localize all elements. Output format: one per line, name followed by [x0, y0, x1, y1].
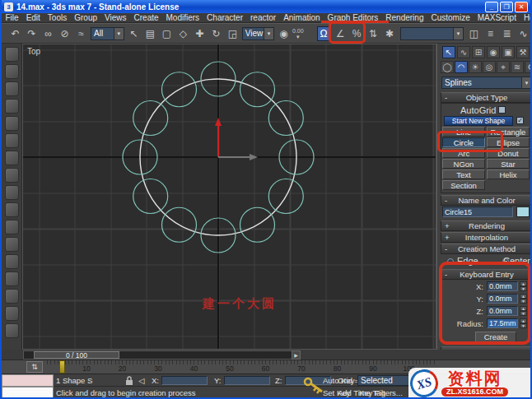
bind-to-space-warp-icon[interactable]: ≈ [74, 26, 88, 41]
select-and-scale-icon[interactable]: ◲ [226, 26, 240, 41]
layer-manager-icon[interactable]: ≣ [500, 26, 514, 41]
start-new-shape-checkbox[interactable]: ✓ [516, 117, 524, 124]
motion-icon[interactable]: ◉ [487, 46, 500, 58]
menu-item-animation[interactable]: Animation [280, 13, 324, 22]
keyboard-shortcut-override-icon[interactable]: ✱ [383, 26, 397, 41]
reactor-tool-icon[interactable] [5, 99, 19, 114]
menu-item-views[interactable]: Views [101, 13, 131, 22]
menu-item-reactor[interactable]: reactor [247, 13, 280, 22]
lights-icon[interactable]: ☀ [469, 61, 482, 73]
rollout-name-and-color[interactable]: - Name and Color [441, 195, 532, 206]
reactor-tool-icon[interactable] [5, 323, 19, 338]
reactor-tool-icon[interactable] [5, 168, 19, 183]
reactor-tool-icon[interactable] [5, 237, 19, 252]
menu-item-create[interactable]: Create [130, 13, 162, 22]
rollout-interpolation[interactable]: + Interpolation [441, 232, 532, 243]
named-selection-sets-dropdown[interactable]: ▼ [400, 27, 464, 40]
reactor-tool-icon[interactable] [5, 185, 19, 200]
status-x-field[interactable] [161, 376, 208, 385]
shapes-icon[interactable]: ◠ [455, 61, 468, 73]
autogrid-checkbox[interactable] [498, 106, 506, 114]
object-type-ngon-button[interactable]: NGon [442, 159, 485, 169]
maxscript-listener-macro-row[interactable] [2, 374, 54, 387]
reactor-tool-icon[interactable] [5, 306, 19, 321]
hierarchy-icon[interactable]: ⊞ [472, 46, 485, 58]
minimize-button[interactable]: _ [485, 2, 498, 12]
reactor-tool-icon[interactable] [5, 116, 19, 131]
restore-button[interactable]: ❐ [500, 2, 513, 12]
close-button[interactable]: ✕ [515, 2, 528, 12]
reactor-tool-icon[interactable] [5, 271, 19, 286]
redo-icon[interactable]: ↷ [25, 26, 39, 41]
selection-filter-dropdown[interactable]: All ▼ [91, 27, 124, 40]
curve-editor-icon[interactable]: ∿ [516, 26, 530, 41]
display-icon[interactable]: ▣ [502, 46, 515, 58]
next-frame-button[interactable]: ▶ [292, 350, 301, 360]
viewport-label[interactable]: Top [27, 47, 40, 56]
create-icon[interactable]: ↖ [442, 46, 455, 58]
start-new-shape-button[interactable]: Start New Shape [444, 116, 513, 126]
menu-item-modifiers[interactable]: Modifiers [162, 13, 203, 22]
select-and-manipulate-icon[interactable]: ◉ [277, 26, 291, 41]
reactor-tool-icon[interactable] [5, 289, 19, 304]
reactor-tool-icon[interactable] [5, 254, 19, 269]
select-and-link-icon[interactable]: ∞ [41, 26, 55, 41]
spline-category-dropdown[interactable]: Splines ▼ [441, 77, 532, 89]
select-and-rotate-icon[interactable]: ↻ [209, 26, 223, 41]
window-crossing-toggle-icon[interactable]: ◇ [176, 26, 190, 41]
reactor-tool-icon[interactable] [5, 81, 19, 96]
selection-lock-icon[interactable] [125, 376, 133, 386]
reactor-tool-icon[interactable] [5, 202, 19, 217]
reactor-tool-icon[interactable] [5, 133, 19, 148]
reactor-tool-icon[interactable] [5, 220, 19, 234]
rollout-object-type[interactable]: - Object Type [441, 92, 532, 103]
undo-icon[interactable]: ↶ [8, 26, 22, 41]
select-object-icon[interactable]: ↖ [127, 26, 141, 41]
menu-item-help[interactable]: Help [520, 13, 532, 22]
select-and-move-icon[interactable]: ✚ [193, 26, 207, 41]
object-type-helix-button[interactable]: Helix [487, 169, 530, 179]
object-type-text-button[interactable]: Text [442, 169, 485, 179]
helpers-icon[interactable]: ⌖ [497, 61, 510, 73]
time-slider-track[interactable]: 0 / 100 [23, 350, 300, 360]
object-type-section-button[interactable]: Section [442, 180, 485, 190]
open-mini-curve-editor-button[interactable]: ⇅ [26, 361, 43, 373]
menu-item-tools[interactable]: Tools [44, 13, 70, 22]
reference-coordinate-dropdown[interactable]: View ▼ [242, 27, 274, 40]
dropdown-arrow-icon[interactable]: ▼ [453, 28, 463, 39]
key-filters-button[interactable]: Key Filters... [359, 388, 403, 397]
dropdown-arrow-icon[interactable]: ▼ [264, 28, 273, 39]
menu-item-edit[interactable]: Edit [22, 13, 44, 22]
menu-item-customize[interactable]: Customize [427, 13, 474, 22]
space-warps-icon[interactable]: ≋ [511, 61, 524, 73]
unlink-selection-icon[interactable]: ⊘ [58, 26, 72, 41]
menu-item-file[interactable]: File [2, 13, 22, 22]
set-keys-key-icon[interactable] [303, 375, 324, 397]
menu-item-rendering[interactable]: Rendering [382, 13, 427, 22]
reactor-tool-icon[interactable] [5, 151, 19, 165]
systems-icon[interactable]: ⚙ [525, 61, 532, 73]
object-color-swatch[interactable] [516, 206, 530, 217]
rollout-rendering[interactable]: + Rendering [441, 220, 532, 231]
reactor-tool-icon[interactable] [5, 64, 19, 79]
menu-item-character[interactable]: Character [203, 13, 247, 22]
rectangular-selection-region-icon[interactable]: ▢ [160, 26, 174, 41]
object-type-star-button[interactable]: Star [487, 159, 530, 169]
mirror-icon[interactable]: ◫ [467, 26, 481, 41]
dropdown-arrow-icon[interactable]: ▼ [521, 77, 531, 88]
dropdown-arrow-icon[interactable]: ▼ [114, 28, 124, 39]
utilities-icon[interactable]: ⚒ [516, 46, 530, 58]
maxscript-listener-row[interactable] [2, 387, 54, 399]
time-slider-handle[interactable]: 0 / 100 [34, 351, 119, 359]
top-viewport[interactable]: Top 建一个大圆 [22, 44, 436, 350]
absolute-mode-icon[interactable]: ◁ [138, 376, 144, 385]
time-slider-marker[interactable] [59, 360, 65, 373]
select-by-name-icon[interactable]: ▤ [143, 26, 157, 41]
cameras-icon[interactable]: ◎ [483, 61, 496, 73]
geometry-icon[interactable]: ◯ [441, 61, 454, 73]
menu-item-group[interactable]: Group [71, 13, 101, 22]
align-icon[interactable]: ≡ [483, 26, 497, 41]
offset-spinner[interactable]: 0.00▾ [292, 28, 304, 39]
reactor-tool-icon[interactable] [5, 47, 19, 62]
timeline-ruler[interactable]: 102030405060708090100 [47, 360, 436, 374]
